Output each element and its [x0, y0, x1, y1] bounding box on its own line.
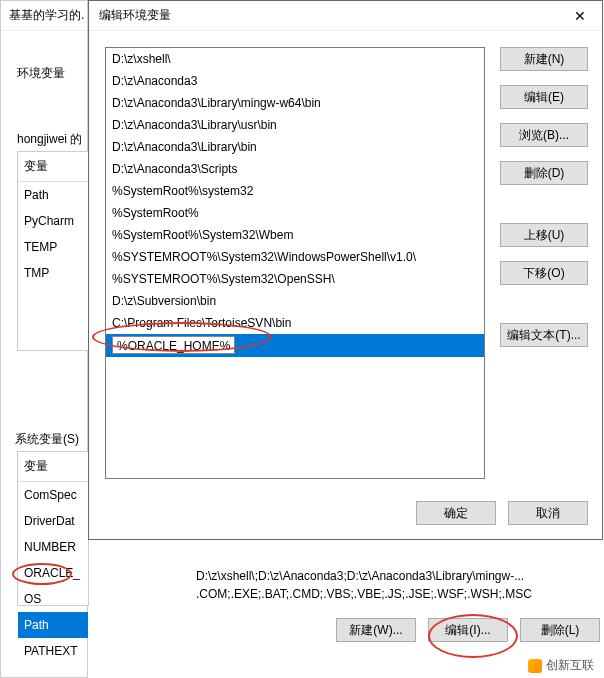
env-vars-window: 基基的学习的. 环境变量 hongjiwei 的 变量 Path PyCharm…: [0, 0, 88, 678]
logo-text: 创新互联: [546, 657, 594, 674]
list-item[interactable]: %SystemRoot%\System32\Wbem: [106, 224, 484, 246]
move-up-button[interactable]: 上移(U): [500, 223, 588, 247]
inline-edit-input[interactable]: %ORACLE_HOME%: [112, 336, 235, 354]
user-vars-table: 变量 Path PyCharm TEMP TMP: [17, 151, 89, 351]
new-button[interactable]: 新建(W)...: [336, 618, 416, 642]
table-row[interactable]: DriverDat: [18, 508, 88, 534]
table-row[interactable]: PATHEXT: [18, 638, 88, 664]
table-row[interactable]: ComSpec: [18, 482, 88, 508]
move-down-button[interactable]: 下移(O): [500, 261, 588, 285]
table-row[interactable]: OS: [18, 586, 88, 612]
edit-env-dialog: 编辑环境变量 ✕ D:\z\xshell\ D:\z\Anaconda3 D:\…: [88, 0, 603, 540]
delete-button[interactable]: 删除(L): [520, 618, 600, 642]
window-title-fragment: 基基的学习的.: [1, 1, 87, 31]
list-item[interactable]: %SystemRoot%: [106, 202, 484, 224]
table-row[interactable]: NUMBER: [18, 534, 88, 560]
ok-button[interactable]: 确定: [416, 501, 496, 525]
sys-values-column: D:\z\xshell\;D:\z\Anaconda3;D:\z\Anacond…: [196, 567, 584, 603]
list-item-selected[interactable]: %ORACLE_HOME%: [106, 334, 484, 357]
user-section-label: hongjiwei 的: [17, 131, 82, 148]
edit-text-button[interactable]: 编辑文本(T)...: [500, 323, 588, 347]
logo-icon: [528, 659, 542, 673]
env-tab-label: 环境变量: [9, 61, 73, 86]
edit-button[interactable]: 编辑(I)...: [428, 618, 508, 642]
list-item[interactable]: D:\z\Anaconda3\Library\usr\bin: [106, 114, 484, 136]
env-bottom-buttons: 新建(W)... 编辑(I)... 删除(L): [336, 618, 600, 642]
dialog-body: D:\z\xshell\ D:\z\Anaconda3 D:\z\Anacond…: [89, 31, 602, 539]
dialog-bottom-buttons: 确定 取消: [416, 501, 588, 525]
table-row[interactable]: Path: [18, 182, 88, 208]
list-item[interactable]: %SystemRoot%\system32: [106, 180, 484, 202]
list-item[interactable]: D:\z\xshell\: [106, 48, 484, 70]
list-item[interactable]: C:\Program Files\TortoiseSVN\bin: [106, 312, 484, 334]
close-icon[interactable]: ✕: [558, 1, 602, 30]
delete-button[interactable]: 删除(D): [500, 161, 588, 185]
user-table-header: 变量: [18, 152, 88, 182]
dialog-title-bar: 编辑环境变量 ✕: [89, 1, 602, 31]
cancel-button[interactable]: 取消: [508, 501, 588, 525]
list-item[interactable]: D:\z\Anaconda3\Scripts: [106, 158, 484, 180]
dialog-title: 编辑环境变量: [99, 7, 171, 24]
path-list[interactable]: D:\z\xshell\ D:\z\Anaconda3 D:\z\Anacond…: [105, 47, 485, 479]
list-item[interactable]: %SYSTEMROOT%\System32\WindowsPowerShell\…: [106, 246, 484, 268]
list-item[interactable]: D:\z\Anaconda3: [106, 70, 484, 92]
edit-button[interactable]: 编辑(E): [500, 85, 588, 109]
table-row[interactable]: ORACLE_: [18, 560, 88, 586]
sys-value-pathext: .COM;.EXE;.BAT;.CMD;.VBS;.VBE;.JS;.JSE;.…: [196, 585, 584, 603]
table-row-selected[interactable]: Path: [18, 612, 88, 638]
sys-table-header: 变量: [18, 452, 88, 482]
watermark-logo: 创新互联: [528, 657, 594, 674]
dialog-side-buttons: 新建(N) 编辑(E) 浏览(B)... 删除(D) 上移(U) 下移(O) 编…: [500, 47, 588, 347]
table-row[interactable]: PyCharm: [18, 208, 88, 234]
sys-vars-table: 变量 ComSpec DriverDat NUMBER ORACLE_ OS P…: [17, 451, 89, 606]
list-item[interactable]: D:\z\Anaconda3\Library\bin: [106, 136, 484, 158]
table-row[interactable]: TMP: [18, 260, 88, 286]
sys-section-label: 系统变量(S): [15, 431, 79, 448]
table-row[interactable]: TEMP: [18, 234, 88, 260]
browse-button[interactable]: 浏览(B)...: [500, 123, 588, 147]
sys-value-path: D:\z\xshell\;D:\z\Anaconda3;D:\z\Anacond…: [196, 567, 584, 585]
new-button[interactable]: 新建(N): [500, 47, 588, 71]
list-item[interactable]: D:\z\Subversion\bin: [106, 290, 484, 312]
list-item[interactable]: %SYSTEMROOT%\System32\OpenSSH\: [106, 268, 484, 290]
list-item[interactable]: D:\z\Anaconda3\Library\mingw-w64\bin: [106, 92, 484, 114]
